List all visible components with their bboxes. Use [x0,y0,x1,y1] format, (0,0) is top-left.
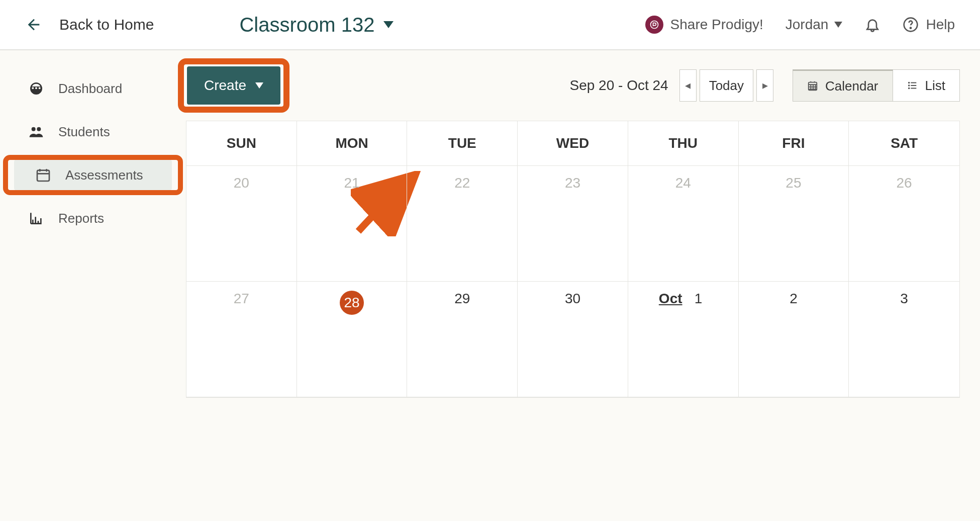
share-prodigy[interactable]: Share Prodigy! [645,16,763,34]
chevron-right-icon: ▸ [762,79,768,92]
help-link[interactable]: Help [903,17,955,33]
bell-icon [864,17,880,33]
sidebar-item-assessments-wrap: Assessments [7,159,179,191]
sidebar-item-label: Reports [58,211,104,226]
calendar-icon [35,167,51,183]
calendar-day-cell[interactable]: 27 [186,282,297,397]
svg-point-7 [908,82,909,83]
calendar-header-row: SUNMONTUEWEDTHUFRISAT [186,121,959,166]
user-menu[interactable]: Jordan [786,17,843,33]
calendar-day-cell[interactable]: 28 [297,282,408,397]
main-area: Dashboard Students Assessments Reports C… [0,50,980,521]
day-number: 20 [232,175,250,191]
calendar-day-cell[interactable]: 30 [518,282,628,397]
prev-period-button[interactable]: ◂ [679,69,697,102]
svg-rect-5 [37,170,49,181]
back-label: Back to Home [59,16,154,33]
user-name: Jordan [786,17,829,33]
list-icon [907,80,918,91]
calendar-day-cell[interactable]: 2 [739,282,849,397]
day-number: 22 [453,175,471,191]
day-number: 25 [785,175,803,191]
share-label: Share Prodigy! [670,17,763,33]
create-button[interactable]: Create [186,65,281,106]
create-label: Create [204,77,246,94]
calendar-day-header: SUN [186,121,297,166]
dashboard-icon [28,80,44,97]
notifications[interactable] [864,17,880,33]
calendar-grid-icon [807,80,818,92]
calendar-day-cell[interactable]: 24 [628,166,739,282]
create-button-wrap: Create [186,65,281,106]
calendar-day-header: WED [518,121,628,166]
help-label: Help [926,17,955,33]
sidebar-item-students[interactable]: Students [0,116,186,148]
day-number: 1 [690,291,708,307]
calendar-day-header: MON [297,121,408,166]
prodigy-logo-icon [645,16,663,34]
day-number: 30 [563,291,581,307]
reports-icon [28,210,44,226]
day-number: 3 [895,291,913,307]
day-number: 29 [453,291,471,307]
calendar-day-cell[interactable]: 20 [186,166,297,282]
arrow-left-icon [25,16,42,33]
caret-down-icon [834,22,842,28]
day-number: 21 [343,175,361,191]
view-list-label: List [925,78,945,94]
sidebar: Dashboard Students Assessments Reports [0,50,186,521]
sidebar-item-assessments[interactable]: Assessments [14,159,172,191]
calendar-day-cell[interactable]: 29 [407,282,518,397]
calendar-day-cell[interactable]: 25 [739,166,849,282]
calendar-day-header: THU [628,121,739,166]
caret-down-icon [383,21,394,28]
toolbar: Create Sep 20 - Oct 24 ◂ Today ▸ Calenda… [186,50,960,121]
classroom-selector[interactable]: Classroom 132 [239,14,394,36]
next-period-button[interactable]: ▸ [756,69,773,102]
calendar-day-header: TUE [407,121,518,166]
svg-point-9 [908,88,909,89]
header-right: Share Prodigy! Jordan Help [645,16,955,34]
day-number: 24 [674,175,692,191]
chevron-left-icon: ◂ [685,79,691,92]
month-label: Oct [659,291,682,306]
view-toggle-group: Calendar List [793,69,960,102]
calendar-day-cell[interactable]: 3 [849,282,959,397]
calendar-day-cell[interactable]: 26 [849,166,959,282]
svg-point-0 [650,21,658,29]
calendar-day-cell[interactable]: Oct1 [628,282,739,397]
today-badge: 28 [340,291,364,315]
view-calendar-button[interactable]: Calendar [793,69,893,102]
calendar-day-header: SAT [849,121,959,166]
sidebar-item-dashboard[interactable]: Dashboard [0,72,186,105]
app-header: Back to Home Classroom 132 Share Prodigy… [0,0,980,50]
day-number: 23 [563,175,581,191]
today-button[interactable]: Today [700,69,753,102]
help-icon [903,17,919,33]
view-calendar-label: Calendar [825,78,878,94]
sidebar-item-label: Assessments [65,167,143,183]
sidebar-item-reports[interactable]: Reports [0,202,186,234]
day-number: 2 [785,291,803,307]
students-icon [28,124,44,140]
svg-point-8 [908,85,909,86]
back-to-home[interactable]: Back to Home [25,16,154,33]
svg-point-4 [37,127,41,131]
day-number: 26 [895,175,913,191]
calendar-day-cell[interactable]: 23 [518,166,628,282]
day-number: 27 [232,291,250,307]
calendar-day-header: FRI [739,121,849,166]
classroom-label: Classroom 132 [239,14,374,36]
content-area: Create Sep 20 - Oct 24 ◂ Today ▸ Calenda… [186,50,980,521]
calendar-day-cell[interactable]: 22 [407,166,518,282]
today-label: Today [709,78,744,94]
date-range-label: Sep 20 - Oct 24 [570,77,668,94]
calendar: SUNMONTUEWEDTHUFRISAT 202122232425262728… [186,121,960,398]
svg-point-3 [32,127,36,131]
calendar-body: 2021222324252627282930Oct123 [186,166,959,397]
date-nav-group: ◂ Today ▸ [679,69,773,102]
view-list-button[interactable]: List [893,69,960,102]
calendar-day-cell[interactable]: 21 [297,166,408,282]
svg-point-2 [910,28,911,29]
caret-down-icon [255,82,263,89]
